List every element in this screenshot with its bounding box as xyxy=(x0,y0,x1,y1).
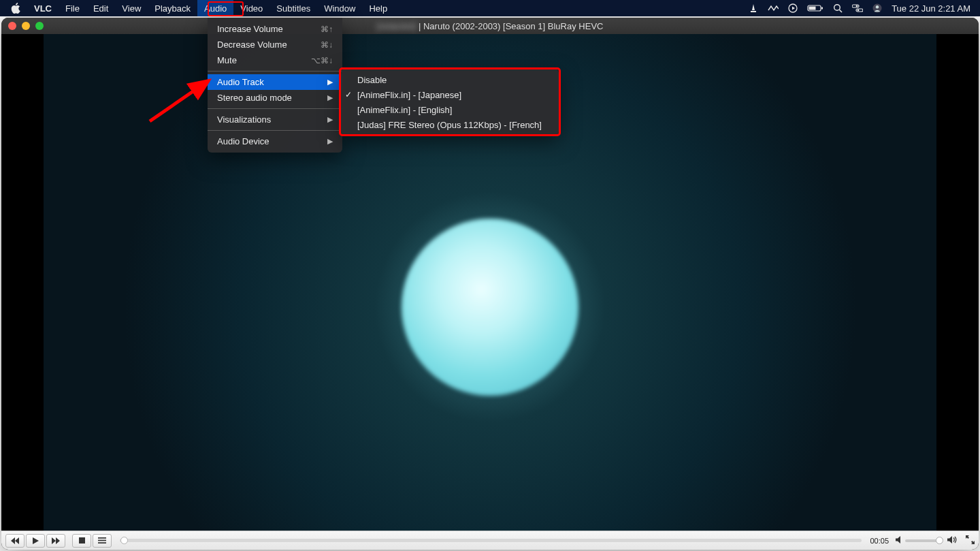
track-english[interactable]: [AnimeFlix.in] - [English] xyxy=(341,102,559,117)
menu-stereo-mode[interactable]: Stereo audio mode▶ xyxy=(208,90,342,106)
window-title-text: | Naruto (2002-2003) [Season 1] BluRay H… xyxy=(419,21,603,31)
elapsed-time: 00:05 xyxy=(870,537,889,545)
menubar-playback[interactable]: Playback xyxy=(148,0,197,16)
svg-rect-3 xyxy=(821,7,823,10)
menubar-tray: Tue 22 Jun 2:21 AM xyxy=(749,3,980,14)
menubar-edit[interactable]: Edit xyxy=(86,0,115,16)
menubar-clock[interactable]: Tue 22 Jun 2:21 AM xyxy=(892,3,970,14)
menubar-file[interactable]: File xyxy=(59,0,86,16)
menu-separator xyxy=(208,108,342,109)
fullscreen-button[interactable] xyxy=(966,535,975,546)
window-titlebar[interactable]: [redacted] | Naruto (2002-2003) [Season … xyxy=(1,18,979,34)
menu-separator xyxy=(208,130,342,131)
battery-icon[interactable] xyxy=(807,4,823,12)
skip-forward-button[interactable] xyxy=(46,534,65,548)
volume-high-icon[interactable] xyxy=(947,536,958,545)
user-icon[interactable] xyxy=(872,3,882,13)
menubar-help[interactable]: Help xyxy=(362,0,394,16)
svg-rect-12 xyxy=(79,537,85,544)
menu-audio-device[interactable]: Audio Device▶ xyxy=(208,133,342,149)
svg-rect-14 xyxy=(98,540,106,541)
stop-button[interactable] xyxy=(72,534,91,548)
menubar-audio[interactable]: Audio xyxy=(197,0,233,16)
svg-rect-15 xyxy=(98,542,106,544)
menubar-subtitles[interactable]: Subtitles xyxy=(270,0,317,16)
track-japanese[interactable]: ✓[AnimeFlix.in] - [Japanese] xyxy=(341,87,559,102)
macos-menubar: VLC File Edit View Playback Audio Video … xyxy=(0,0,980,16)
svg-rect-2 xyxy=(809,7,816,10)
seek-bar[interactable] xyxy=(120,539,862,542)
playback-controls: 00:05 xyxy=(1,531,979,550)
window-title: [redacted] | Naruto (2002-2003) [Season … xyxy=(1,21,979,31)
svg-rect-8 xyxy=(856,9,863,12)
vlc-tray-icon[interactable] xyxy=(749,3,758,13)
svg-line-5 xyxy=(840,10,843,13)
svg-rect-13 xyxy=(98,537,106,539)
skip-back-button[interactable] xyxy=(5,534,24,548)
svg-point-4 xyxy=(834,5,840,11)
menubar-video[interactable]: Video xyxy=(233,0,270,16)
svg-point-7 xyxy=(856,5,858,7)
audio-track-submenu: Disable ✓[AnimeFlix.in] - [Japanese] [An… xyxy=(341,69,559,136)
menu-visualizations[interactable]: Visualizations▶ xyxy=(208,112,342,127)
spotlight-icon[interactable] xyxy=(833,3,843,13)
control-center-icon[interactable] xyxy=(852,4,863,12)
volume-knob[interactable] xyxy=(936,537,943,544)
apple-menu-icon[interactable] xyxy=(10,2,22,14)
video-frame-moon xyxy=(402,219,578,396)
menubar-view[interactable]: View xyxy=(115,0,148,16)
menu-increase-volume[interactable]: Increase Volume⌘↑ xyxy=(208,21,342,37)
svg-rect-6 xyxy=(852,5,859,7)
menu-separator xyxy=(208,71,342,72)
playlist-button[interactable] xyxy=(93,534,112,548)
menubar-window[interactable]: Window xyxy=(317,0,362,16)
menu-decrease-volume[interactable]: Decrease Volume⌘↓ xyxy=(208,37,342,52)
track-french[interactable]: [Judas] FRE Stereo (Opus 112Kbps) - [Fre… xyxy=(341,117,559,132)
menu-audio-track[interactable]: Audio Track▶ xyxy=(208,74,342,90)
svg-point-11 xyxy=(876,5,879,8)
volume-low-icon[interactable] xyxy=(896,536,904,545)
track-disable[interactable]: Disable xyxy=(341,72,559,87)
playback-tray-icon[interactable] xyxy=(788,3,798,13)
sync-icon[interactable] xyxy=(768,4,779,12)
svg-point-9 xyxy=(858,10,860,12)
play-button[interactable] xyxy=(26,534,45,548)
window-title-blurred: [redacted] xyxy=(377,21,419,31)
menubar-app-name[interactable]: VLC xyxy=(27,0,59,16)
seek-knob[interactable] xyxy=(120,537,128,544)
audio-menu: Increase Volume⌘↑ Decrease Volume⌘↓ Mute… xyxy=(208,18,342,153)
menu-mute[interactable]: Mute⌥⌘↓ xyxy=(208,52,342,68)
volume-slider[interactable] xyxy=(905,539,942,542)
